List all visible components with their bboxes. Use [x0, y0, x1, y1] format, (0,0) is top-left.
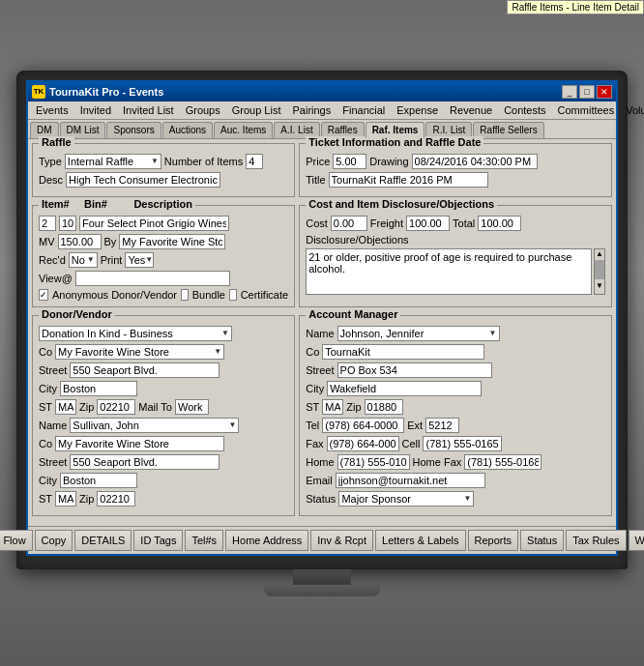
- menu-volunteers[interactable]: Volunteers: [620, 102, 644, 118]
- close-button[interactable]: ✕: [597, 85, 612, 99]
- desc-input[interactable]: [79, 216, 229, 231]
- tels-button[interactable]: Tel#s: [185, 530, 223, 551]
- donor-zip2-label: Zip: [79, 493, 94, 505]
- drawing-label: Drawing: [369, 156, 408, 167]
- donor-name-dropdown[interactable]: Sullivan, John ▼: [70, 418, 239, 433]
- content-area: Raffle Type Internal Raffle ▼ Number of …: [28, 139, 616, 526]
- account-zip-label: Zip: [346, 401, 361, 413]
- mv-input[interactable]: [58, 234, 102, 249]
- status-button[interactable]: Status: [520, 530, 564, 551]
- menu-expense[interactable]: Expense: [391, 102, 444, 118]
- tab-sponsors[interactable]: Sponsors: [106, 122, 161, 138]
- donor-co-dropdown[interactable]: My Favorite Wine Store ▼: [55, 344, 224, 360]
- title-input[interactable]: [329, 172, 488, 188]
- cert-checkbox[interactable]: [229, 289, 237, 301]
- bundle-checkbox[interactable]: [181, 289, 189, 301]
- disclosure-textarea[interactable]: 21 or older, positive proof of age is re…: [306, 248, 592, 295]
- menu-committees[interactable]: Committees: [552, 102, 621, 118]
- donor-zip2-input[interactable]: [97, 491, 135, 507]
- account-st-input[interactable]: [322, 399, 343, 415]
- account-street-input[interactable]: [337, 362, 492, 378]
- donor-group: Donor/Vendor Donation In Kind - Business…: [32, 315, 295, 516]
- account-fax-label: Fax: [306, 438, 323, 449]
- tab-raf-items[interactable]: Raf. Items: [366, 122, 425, 138]
- drawing-input[interactable]: [412, 154, 538, 169]
- account-tel-input[interactable]: [322, 418, 404, 433]
- title-label: Title: [306, 174, 325, 186]
- donor-st2-input[interactable]: [55, 491, 76, 507]
- scrollbar[interactable]: ▲ ▼: [594, 248, 605, 295]
- account-name-dropdown[interactable]: Johnson, Jennifer ▼: [337, 326, 500, 341]
- print-dropdown[interactable]: Yes▼: [125, 252, 154, 268]
- menu-group-list[interactable]: Group List: [226, 102, 287, 118]
- freight-input[interactable]: [406, 216, 450, 231]
- donor-city-input[interactable]: [60, 381, 137, 396]
- view-input[interactable]: [75, 271, 230, 286]
- view-label: View@: [39, 273, 73, 284]
- menu-invited[interactable]: Invited: [74, 102, 117, 118]
- donor-city2-input[interactable]: [60, 473, 137, 488]
- maximize-button[interactable]: □: [579, 85, 595, 99]
- details-button[interactable]: DETAILS: [74, 530, 132, 551]
- by-input[interactable]: [119, 234, 225, 249]
- menu-revenue[interactable]: Revenue: [444, 102, 498, 118]
- letters-labels-button[interactable]: Letters & Labels: [375, 530, 466, 551]
- raffle-type-dropdown[interactable]: Internal Raffle ▼: [65, 154, 161, 169]
- donor-co2-input[interactable]: [55, 436, 224, 451]
- menu-events[interactable]: Events: [30, 102, 74, 118]
- account-fax-input[interactable]: [327, 436, 399, 451]
- account-zip-input[interactable]: [365, 399, 403, 415]
- menu-invited-list[interactable]: Invited List: [117, 102, 180, 118]
- tab-auctions[interactable]: Auctions: [162, 122, 213, 138]
- num-items-input[interactable]: [246, 154, 263, 169]
- total-input[interactable]: [478, 216, 521, 231]
- account-city-input[interactable]: [327, 381, 482, 396]
- window-title: TournaKit Pro - Events: [49, 86, 163, 98]
- menu-groups[interactable]: Groups: [180, 102, 226, 118]
- account-home-input[interactable]: [337, 454, 410, 470]
- account-cell-label: Cell: [402, 438, 421, 449]
- raffle-desc-input[interactable]: [66, 172, 220, 188]
- menu-financial[interactable]: Financial: [337, 102, 391, 118]
- account-st-row: ST Zip: [306, 399, 605, 415]
- account-co-input[interactable]: [322, 344, 484, 360]
- id-tags-button[interactable]: ID Tags: [133, 530, 183, 551]
- item-recvd-row: Rec'd No▼ Print Yes▼: [39, 252, 288, 268]
- donor-street2-input[interactable]: [70, 454, 220, 470]
- cost-input[interactable]: [331, 216, 367, 231]
- freight-label: Freight: [370, 217, 403, 229]
- account-cell-input[interactable]: [423, 436, 502, 451]
- account-st-label: ST: [306, 401, 319, 413]
- inv-rcpt-button[interactable]: Inv & Rcpt: [310, 530, 373, 551]
- item-group: Item# Bin# Description MV: [32, 205, 295, 307]
- tax-rules-button[interactable]: Tax Rules: [566, 530, 626, 551]
- cost-group-label: Cost and Item Disclosure/Objections: [306, 198, 497, 210]
- donor-st-input[interactable]: [55, 399, 76, 415]
- winner-button[interactable]: Winner: [629, 530, 644, 551]
- title-buttons: _ □ ✕: [562, 85, 612, 99]
- tab-auc-items[interactable]: Auc. Items: [214, 122, 273, 138]
- reports-button[interactable]: Reports: [468, 530, 519, 551]
- anon-checkbox[interactable]: [39, 289, 48, 301]
- copy-button[interactable]: Copy: [35, 530, 73, 551]
- donor-street-input[interactable]: [70, 362, 220, 378]
- account-email-input[interactable]: [336, 473, 485, 488]
- mail-to-input[interactable]: [175, 399, 209, 415]
- donor-city-row: City: [39, 381, 288, 396]
- account-status-dropdown[interactable]: Major Sponsor ▼: [338, 491, 474, 507]
- donor-zip-input[interactable]: [97, 399, 135, 415]
- account-home-fax-input[interactable]: [464, 454, 542, 470]
- cert-label: Certificate: [241, 289, 289, 301]
- bin-input[interactable]: [59, 216, 76, 231]
- checkbox-row: Anonymous Donor/Vendor Bundle Certificat…: [39, 289, 288, 301]
- item-num-input[interactable]: [39, 216, 56, 231]
- menu-pairings[interactable]: Pairings: [286, 102, 337, 118]
- minimize-button[interactable]: _: [562, 85, 577, 99]
- cash-flow-button[interactable]: Cash Flow: [0, 530, 33, 551]
- account-ext-input[interactable]: [425, 418, 459, 433]
- price-input[interactable]: [333, 154, 366, 169]
- recvd-dropdown[interactable]: No▼: [69, 252, 98, 268]
- menu-contests[interactable]: Contests: [498, 102, 551, 118]
- donor-type-dropdown[interactable]: Donation In Kind - Business ▼: [39, 326, 232, 341]
- home-address-button[interactable]: Home Address: [225, 530, 308, 551]
